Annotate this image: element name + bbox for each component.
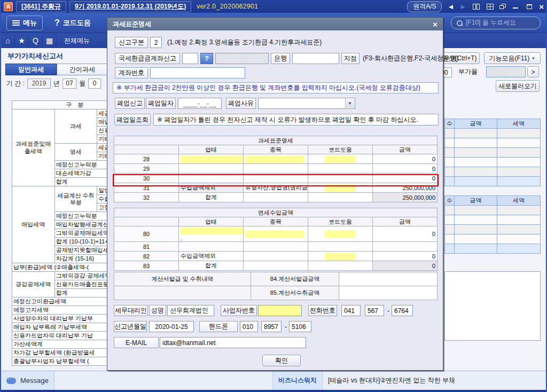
search-input[interactable]: [F10] 을 누르세요 <box>451 17 541 29</box>
refund-bank-code-input[interactable] <box>182 53 198 64</box>
uptae-input[interactable] <box>181 155 244 163</box>
jongmok-input[interactable] <box>245 155 304 163</box>
back-icon[interactable]: ◄ <box>447 3 454 10</box>
invoice-received-value[interactable] <box>339 286 437 300</box>
tab-simple-tax[interactable]: 간이과세 <box>57 64 108 75</box>
mobile2-input[interactable]: 8957 <box>261 321 282 332</box>
form-row[interactable]: 기타 <box>97 135 107 144</box>
closure-reason-select[interactable]: ▼ <box>258 98 355 109</box>
form-row[interactable]: 일반매입 <box>97 186 107 195</box>
form-row[interactable]: 예정신고미환급세액 <box>12 297 107 306</box>
form-row[interactable]: 예정신고누락분 <box>54 161 107 169</box>
jongmok-cell[interactable] <box>244 164 308 174</box>
form-row[interactable]: 차가감 납부할세액 (환급받을세 <box>12 349 107 357</box>
year-input[interactable]: 2019 <box>27 79 51 89</box>
amount-cell[interactable]: 0 <box>373 174 437 183</box>
chevron-down-icon[interactable]: ▼ <box>345 99 354 108</box>
code-input[interactable] <box>325 184 356 192</box>
form-row[interactable]: 매입자발행 세금계 <box>97 118 107 127</box>
jongmok-cell[interactable] <box>244 154 308 164</box>
code-cell[interactable] <box>308 174 373 183</box>
amount-cell[interactable]: 0 <box>373 154 437 164</box>
form-row[interactable]: 그밖의공제매입세액 <box>54 229 107 238</box>
form-row[interactable]: 가산세액계 <box>12 340 107 349</box>
form-row[interactable]: 총괄납부사업자 납부할세액 ( <box>12 357 107 366</box>
uptae-input[interactable] <box>181 227 244 234</box>
account-number-input[interactable] <box>150 67 245 79</box>
uptae-cell[interactable] <box>179 174 244 183</box>
book-view-icon[interactable] <box>472 3 480 10</box>
grid-view-icon[interactable] <box>486 3 494 10</box>
code-cell[interactable] <box>308 252 373 261</box>
form-row[interactable]: 공제받지못할매입세액 <box>54 246 107 255</box>
agent-bizno-input[interactable] <box>258 305 302 316</box>
minimize-button[interactable] <box>511 3 520 10</box>
form-row[interactable]: 신용카드업자의 대리납부 기납 <box>12 332 107 340</box>
calendar-icon[interactable]: ▦ <box>43 35 57 46</box>
form-row[interactable]: 신용카드매출전표등발행공 <box>54 280 107 289</box>
code-cell[interactable] <box>308 226 373 242</box>
amount-cell[interactable]: 0 <box>373 164 437 174</box>
message-panel[interactable]: Message <box>1 371 54 390</box>
code-cell[interactable] <box>308 183 373 193</box>
jongmok-cell[interactable] <box>244 174 308 183</box>
full-menu-button[interactable]: 전체메뉴 <box>57 36 97 45</box>
uptae-cell[interactable]: 수입금액제외 <box>179 252 244 261</box>
jongmok-cell[interactable] <box>244 252 308 261</box>
jongmok-cell[interactable] <box>244 242 308 252</box>
form-row[interactable]: 매입자 납부특례 기납부세액 <box>12 323 107 332</box>
close-button[interactable]: × <box>539 3 544 11</box>
branch-input[interactable] <box>292 53 339 64</box>
maximize-button[interactable] <box>525 3 534 10</box>
day-input[interactable]: 0 <box>88 79 101 89</box>
form-row[interactable]: 기타 <box>97 152 107 161</box>
favorites-star-icon[interactable]: ★ <box>15 35 29 46</box>
mobile1-input[interactable]: 010 <box>240 321 258 332</box>
invoice-issued-value[interactable] <box>339 272 437 286</box>
code-help-button[interactable]: ? 코드도움 <box>54 18 91 28</box>
jongmok-cell[interactable] <box>244 226 308 242</box>
uptae-cell[interactable] <box>179 242 244 252</box>
agent-phone2-input[interactable]: 567 <box>365 305 384 316</box>
form-row[interactable]: 수출기업수입분납 <box>97 195 107 203</box>
news-ticker[interactable]: [테슬라 vs 현대차]②엔진차엔 없는 착한 부채 <box>328 376 455 385</box>
agent-name-input[interactable]: 선우회계법인 <box>167 305 214 316</box>
form-row[interactable]: 세금계산서발급분 <box>97 144 107 152</box>
quick-search-icon[interactable]: Q <box>29 35 43 46</box>
agent-phone1-input[interactable]: 041 <box>341 305 361 316</box>
remote-as-button[interactable]: 원격A/S <box>407 1 442 12</box>
news-source-badge[interactable]: 비즈니스워치 <box>272 371 323 390</box>
uptae-cell[interactable]: 수입금액제외 <box>179 183 244 193</box>
amount-cell[interactable]: 250,000,000 <box>373 183 437 193</box>
code-cell[interactable] <box>308 164 373 174</box>
menu-button[interactable]: 메뉴 <box>6 15 43 30</box>
form-row[interactable]: 합계 <box>54 289 107 297</box>
code-input[interactable] <box>325 253 356 260</box>
report-date-input[interactable]: 2020-01-25 <box>149 321 194 332</box>
closure-date-input[interactable]: ____-__-__ <box>178 98 222 109</box>
uptae-cell[interactable] <box>179 154 244 164</box>
form-row[interactable]: 세금계산서발급분 <box>97 109 107 118</box>
form-row[interactable]: 예정고지세액 <box>12 306 107 315</box>
form-row[interactable]: 예정신고누락분 <box>54 212 107 221</box>
email-input[interactable]: idtax@hanmail.net <box>160 337 306 348</box>
cascade-windows-icon[interactable] <box>499 4 506 9</box>
form-row[interactable]: 신용카드.현금영 <box>97 127 107 135</box>
form-row[interactable]: 합계 (10-(10-1)+11+12+13 <box>54 238 107 246</box>
form-row[interactable]: 차감계 (15-16) <box>54 255 107 263</box>
form-row[interactable]: 매입자발행세금계산서 <box>54 221 107 229</box>
amount-cell[interactable] <box>373 242 437 252</box>
uptae-cell[interactable] <box>179 164 244 174</box>
jongmok-cell[interactable]: 유형자산,영업권(권리금) <box>244 183 308 193</box>
bugayul-input[interactable] <box>486 66 526 77</box>
report-type-input[interactable]: 2 <box>150 37 162 48</box>
bank-code-help-button[interactable]: ? <box>200 53 213 64</box>
code-input[interactable] <box>325 230 356 238</box>
forward-icon[interactable]: ► <box>459 3 466 10</box>
form-row[interactable]: 사업양수자의 대리납부 기납부 <box>12 315 107 323</box>
form-row[interactable]: 합계 <box>54 178 107 186</box>
function-collection-button[interactable]: 기능모음(F11) ▼ <box>484 52 541 64</box>
month-input[interactable]: 07 <box>62 79 76 89</box>
tab-general-tax[interactable]: 일반과세 <box>5 64 57 75</box>
home-icon[interactable]: ⌂ <box>1 35 15 46</box>
